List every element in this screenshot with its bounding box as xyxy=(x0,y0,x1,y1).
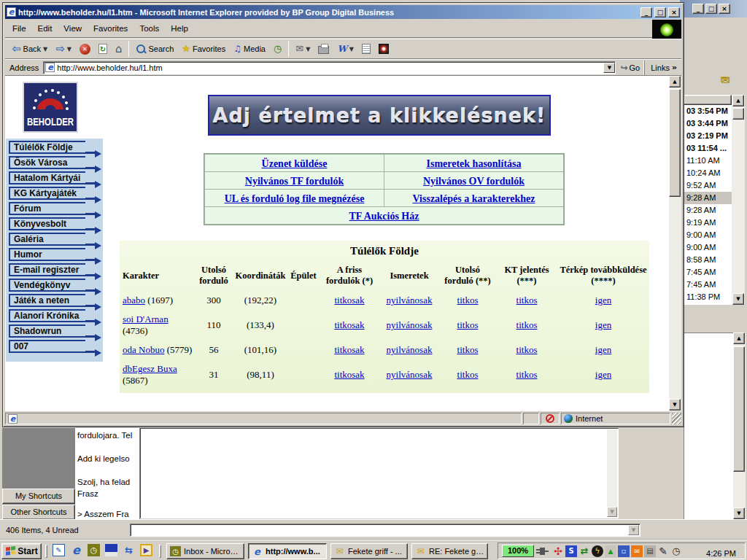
character-link[interactable]: soi D'Arnan xyxy=(123,314,169,324)
cell-kt-jelentes-link[interactable]: titkos xyxy=(516,369,538,380)
tray-power-icon[interactable]: ϟ xyxy=(592,545,603,557)
banner[interactable]: Adj értelmet a klikkelésnek! xyxy=(208,95,551,136)
taskbar-task-fekete-griff[interactable]: ✉Fekete griff - ... xyxy=(330,543,408,559)
taskbar-task-inbox-micros[interactable]: ◷Inbox - Micros... xyxy=(166,543,244,559)
cell-utolso-fordulo-2-link[interactable]: titkos xyxy=(457,344,479,355)
address-dropdown-icon[interactable]: ▼ xyxy=(603,63,615,73)
minimize-button[interactable]: _ xyxy=(640,7,652,18)
cell-kt-jelentes-link[interactable]: titkos xyxy=(516,319,538,330)
battery-meter[interactable]: 100% xyxy=(502,545,534,557)
scroll-down-icon[interactable]: ▼ xyxy=(669,399,681,411)
menu-help[interactable]: Help xyxy=(165,22,194,35)
quicklink-nyilvanos-tf-fordulok[interactable]: Nyilvános TF fordulók xyxy=(245,176,344,187)
scrollbar-thumb[interactable] xyxy=(669,89,681,197)
message-list[interactable]: 03 3:54 PM03 3:44 PM03 2:19 PM03 11:54 .… xyxy=(684,105,732,305)
restore-button[interactable]: □ xyxy=(705,4,717,14)
character-link[interactable]: oda Nobuo xyxy=(123,344,164,355)
scroll-up-icon[interactable]: ▲ xyxy=(733,332,745,344)
message-row[interactable]: 11:38 PM xyxy=(684,291,732,303)
forward-message-icon[interactable]: ✉ xyxy=(720,73,729,86)
maximize-button[interactable]: □ xyxy=(654,7,666,18)
beholder-logo[interactable]: BEHOLDER xyxy=(23,82,78,133)
menu-favorites[interactable]: Favorites xyxy=(88,22,133,35)
sidebar-item-007[interactable]: 007 xyxy=(9,340,85,353)
scroll-up-icon[interactable]: ▲ xyxy=(669,76,681,88)
favorites-button[interactable]: ★Favorites xyxy=(178,40,229,58)
forward-dropdown-icon[interactable]: ▼ xyxy=(67,46,71,52)
message-row[interactable]: 03 2:19 PM xyxy=(684,130,732,142)
cell-utolso-fordulo-2-link[interactable]: titkos xyxy=(457,295,479,306)
cell-friss-fordulok-link[interactable]: titkosak xyxy=(334,319,364,330)
cell-terkep-link[interactable]: igen xyxy=(595,319,611,330)
media-icon[interactable]: ▶ xyxy=(140,544,152,556)
home-button[interactable]: ⌂ xyxy=(112,40,126,58)
menu-tools[interactable]: Tools xyxy=(133,22,165,35)
message-row[interactable]: 03 3:44 PM xyxy=(684,117,732,130)
taskbar-task-http-www-b[interactable]: ehttp://www.b... xyxy=(248,543,327,559)
links-bar[interactable]: Links» xyxy=(644,61,680,75)
message-row[interactable]: 7:45 AM xyxy=(684,279,732,291)
tray-sync-icon[interactable]: ⇄ xyxy=(578,545,590,557)
edit-dropdown-icon[interactable]: ▼ xyxy=(349,46,354,52)
close-button[interactable]: × xyxy=(668,7,680,18)
cell-ismeretek-link[interactable]: nyilvánosak xyxy=(387,295,433,306)
mail-dropdown-icon[interactable]: ▼ xyxy=(306,46,310,52)
refresh-button[interactable]: ↻ xyxy=(95,40,111,58)
close-button[interactable]: × xyxy=(719,4,730,14)
minimize-button[interactable]: _ xyxy=(692,4,704,14)
sidebar-item-kg-kartyajatek[interactable]: KG Kártyajáték xyxy=(9,187,85,200)
reading-pane-scrollbar[interactable]: ▲ ▼ xyxy=(733,332,746,519)
tray-pen-icon[interactable]: ✎ xyxy=(657,545,669,557)
tray-mail-icon[interactable]: ✉ xyxy=(631,545,643,557)
cell-utolso-fordulo-2-link[interactable]: titkos xyxy=(457,369,479,380)
scroll-down-icon[interactable]: ▼ xyxy=(607,507,617,517)
message-list-scrollbar[interactable]: ▲ ▼ xyxy=(732,95,745,305)
cell-utolso-fordulo-2-link[interactable]: titkos xyxy=(457,319,479,330)
taskbar-task-re-fekete-grif[interactable]: ✉RE: Fekete grif... xyxy=(411,543,488,559)
cell-friss-fordulok-link[interactable]: titkosak xyxy=(334,295,364,306)
quicklink-ismeretek-hasonlitasa[interactable]: Ismeretek hasonlítása xyxy=(426,158,521,169)
taskbar-grip[interactable] xyxy=(45,545,47,558)
quicklink-ul-es-fordulo-log-file-megnezese[interactable]: UL és forduló log file megnézése xyxy=(225,193,365,204)
resize-grip[interactable] xyxy=(672,413,681,424)
scroll-down-icon[interactable]: ▼ xyxy=(733,508,745,519)
sidebar-item-e-mail-regiszter[interactable]: E-mail regiszter xyxy=(9,263,85,276)
discuss-button[interactable] xyxy=(358,40,374,58)
tray-update-icon[interactable]: ▲ xyxy=(605,545,616,557)
tray-fan-icon[interactable]: ✣ xyxy=(552,545,564,557)
sidebar-item-alanori-kronika[interactable]: Alanori Krónika xyxy=(9,309,85,322)
menu-view[interactable]: View xyxy=(58,22,88,35)
tray-display-icon[interactable]: ▫ xyxy=(618,545,630,557)
media-button[interactable]: ♫Media xyxy=(230,40,269,58)
cell-friss-fordulok-link[interactable]: titkosak xyxy=(334,369,364,380)
page-scrollbar[interactable]: ▲ ▼ xyxy=(669,76,681,411)
scroll-up-icon[interactable]: ▲ xyxy=(732,95,744,106)
edit-button[interactable]: W▼ xyxy=(333,40,357,58)
shortcuts-button-my-shortcuts[interactable]: My Shortcuts xyxy=(2,489,75,504)
message-row[interactable]: 10:24 AM xyxy=(684,167,732,179)
start-button[interactable]: Start xyxy=(1,543,42,559)
message-row[interactable]: 9:19 AM xyxy=(684,217,732,229)
mail-button[interactable]: ✉▼ xyxy=(292,40,314,58)
cell-friss-fordulok-link[interactable]: titkosak xyxy=(334,344,364,355)
quicklink-uzenet-kuldese[interactable]: Üzenet küldése xyxy=(262,158,328,169)
quicklink-nyilvanos-ov-fordulok[interactable]: Nyilvános OV fordulók xyxy=(423,176,525,187)
forward-button[interactable]: ⇨▼ xyxy=(52,40,75,58)
taskbar-grip[interactable] xyxy=(159,545,161,558)
menu-edit[interactable]: Edit xyxy=(32,22,58,35)
sync-icon[interactable]: ⇆ xyxy=(123,544,135,556)
back-button[interactable]: ⇦Back▼ xyxy=(8,40,51,58)
reading-pane-scroll-track[interactable]: ▼ xyxy=(607,429,617,517)
pane-splitter[interactable] xyxy=(684,305,747,332)
tray-search-icon[interactable]: ◷ xyxy=(670,545,682,557)
sidebar-item-jatek-a-neten[interactable]: Játék a neten xyxy=(9,294,85,307)
message-row[interactable]: 8:58 AM xyxy=(684,254,732,266)
quicklink-tf-aukcios-haz[interactable]: TF Aukciós Ház xyxy=(349,211,419,222)
ie-icon[interactable]: e xyxy=(70,544,82,556)
messenger-button[interactable] xyxy=(375,40,392,58)
message-row[interactable]: 9:00 AM xyxy=(684,241,732,254)
sidebar-item-galeria[interactable]: Galéria xyxy=(9,233,85,246)
cell-kt-jelentes-link[interactable]: titkos xyxy=(516,295,538,306)
message-row[interactable]: 9:52 AM xyxy=(684,179,732,192)
compose-icon[interactable]: ✎ xyxy=(53,544,65,556)
